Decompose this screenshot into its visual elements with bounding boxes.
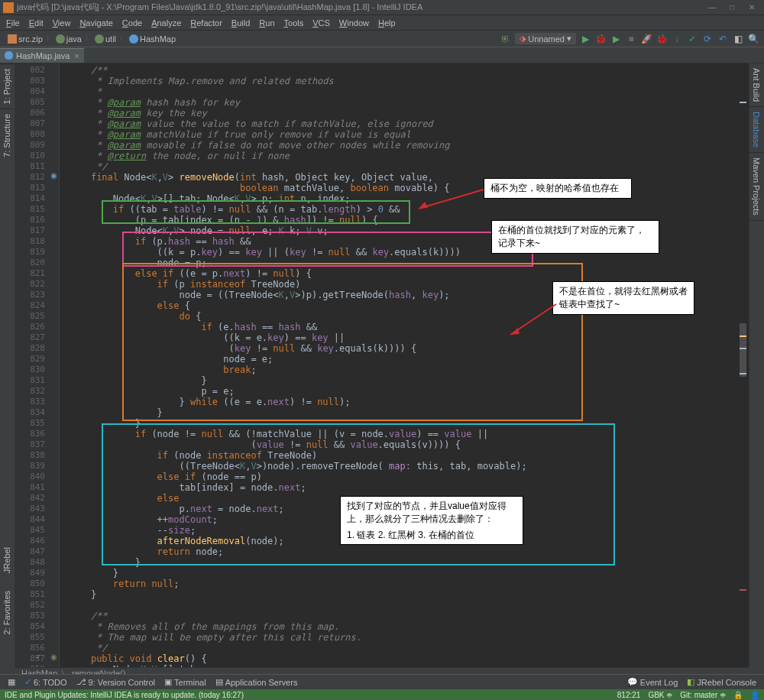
code-line[interactable]: * @param matchValue if true only remove … [69,129,749,140]
menu-run[interactable]: Run [254,18,279,28]
code-line[interactable]: tab[index] = node.next; [69,482,749,493]
code-line[interactable]: /** [69,611,749,621]
code-line[interactable]: break; [69,365,749,375]
breadcrumb-util[interactable]: util [92,34,119,44]
scrollbar-thumb[interactable] [740,323,746,377]
close-tab-icon[interactable]: × [74,51,79,60]
jrebel-debug-icon[interactable]: 🐞 [656,33,668,45]
menu-view[interactable]: View [48,18,76,28]
tool-appservers[interactable]: ▤Application Servers [211,677,303,687]
run-icon[interactable]: ▶ [579,33,591,45]
override-marker[interactable]: ◉ [50,171,57,180]
code-line[interactable]: } [69,407,749,418]
code-line[interactable]: */ [69,161,749,172]
code-line[interactable]: * Removes all of the mappings from this … [69,621,749,632]
implements-marker[interactable]: ◉ [50,653,57,661]
code-line[interactable]: final Node<K,V> removeNode(int hash, Obj… [69,172,749,183]
code-line[interactable]: if (e.hash == hash && [69,322,749,332]
search-icon[interactable]: 🔍 [747,33,759,45]
code-line[interactable]: (value != null && value.equals(v)))) { [69,439,749,450]
code-line[interactable]: node = e; [69,354,749,365]
menu-file[interactable]: File [2,18,24,28]
code-line[interactable]: * Implements Map.remove and related meth… [69,76,749,86]
code-line[interactable]: } [69,418,749,429]
tool-window-button[interactable]: ▦ [3,677,20,687]
menu-refactor[interactable]: Refactor [186,18,227,28]
code-line[interactable]: } [69,568,749,578]
tool-jrebel[interactable]: JRebel [0,543,14,578]
code-line[interactable]: * @return the node, or null if none [69,151,749,161]
menu-analyze[interactable]: Analyze [147,18,186,28]
code-line[interactable]: if (node instanceof TreeNode) [69,450,749,461]
code-line[interactable]: } [69,557,749,568]
debug-icon[interactable]: 🐞 [594,33,607,45]
code-line[interactable]: if (node != null && (!matchValue || (v =… [69,429,749,439]
tool-terminal[interactable]: ▣Terminal [160,677,211,687]
tool-project[interactable]: 1: Project [0,63,14,109]
run-configuration[interactable]: ⬗Unnamed ▾ [515,33,576,44]
jrebel-run-icon[interactable]: 🚀 [640,33,652,45]
tool-favorites[interactable]: 2: Favorites [0,586,14,639]
revert-icon[interactable]: ↶ [717,33,729,45]
code-line[interactable]: * @param key the key [69,108,749,118]
code-line[interactable]: else if (node == p) [69,472,749,482]
tool-eventlog[interactable]: 💬Event Log [623,677,683,687]
code-line[interactable]: (key != null && key.equals(k)))) { [69,343,749,354]
code-line[interactable]: * @param hash hash for key [69,97,749,108]
breadcrumb-java[interactable]: java [53,34,85,44]
code-line[interactable]: node = p; [69,258,749,268]
vertical-scrollbar[interactable] [740,63,747,667]
code-line[interactable]: * The map will be empty after this call … [69,632,749,643]
caret-position[interactable]: 812:21 [617,691,641,699]
tool-vcs[interactable]: ⎇9: Version Control [72,677,160,687]
menu-window[interactable]: Window [335,18,374,28]
breadcrumb-HashMap[interactable]: HashMap [126,34,179,44]
file-tab-hashmap[interactable]: HashMap.java × [0,48,84,63]
tool-database[interactable]: Database [749,107,763,153]
code-line[interactable]: ((k = e.key) == key || [69,332,749,343]
code-line[interactable]: return node; [69,546,749,557]
security-icon[interactable]: ⛨ [500,33,512,45]
menu-edit[interactable]: Edit [24,18,48,28]
code-line[interactable]: public void clear() { [69,653,749,664]
minimize-button[interactable]: ― [703,2,721,14]
code-line[interactable]: } [69,589,749,600]
code-line[interactable]: boolean matchValue, boolean movable) { [69,183,749,193]
tool-maven[interactable]: Maven Projects [749,153,763,221]
tool-todo[interactable]: ✓6: TODO [20,677,72,687]
code-line[interactable]: */ [69,643,749,653]
hector-icon[interactable]: 👤 [750,691,759,699]
code-line[interactable]: * @param value the value to match if mat… [69,118,749,129]
close-button[interactable]: ✕ [743,2,761,14]
tool-jrebel-console[interactable]: ◧JRebel Console [682,677,761,687]
menu-help[interactable]: Help [374,18,400,28]
menu-navigate[interactable]: Navigate [75,18,117,28]
code-area[interactable]: 桶不为空，映射的哈希值也存在 在桶的首位就找到了对应的元素了，记录下来~ 不是在… [60,63,749,667]
file-encoding[interactable]: GBK ≑ [648,691,672,699]
history-icon[interactable]: ⟳ [701,33,714,45]
code-line[interactable]: Node<K,V>[] tab; Node<K,V> p; int n, ind… [69,193,749,204]
tool-structure[interactable]: 7: Structure [0,109,14,162]
breadcrumb-src.zip[interactable]: src.zip [5,34,46,44]
code-line[interactable]: ((TreeNode<K,V>)node).removeTreeNode( ma… [69,461,749,472]
code-line[interactable]: * [69,86,749,97]
code-line[interactable] [69,600,749,611]
code-line[interactable]: /** [69,65,749,76]
menu-code[interactable]: Code [118,18,147,28]
project-structure-icon[interactable]: ◧ [732,33,744,45]
tool-ant[interactable]: Ant Build [749,63,763,107]
code-line[interactable]: else if ((e = p.next) != null) { [69,268,749,279]
code-line[interactable]: p = e; [69,386,749,397]
code-line[interactable]: } while ((e = e.next) != null); [69,397,749,407]
gutter[interactable]: ◉ ✓ ◉ 8028038048058068078088098108118128… [15,63,60,667]
code-editor[interactable]: ◉ ✓ ◉ 8028038048058068078088098108118128… [15,63,749,667]
code-line[interactable]: if ((tab = table) != null && (n = tab.le… [69,204,749,215]
code-line[interactable]: * @param movable if false do not move ot… [69,140,749,151]
menu-tools[interactable]: Tools [280,18,309,28]
code-line[interactable]: } [69,375,749,386]
lock-icon[interactable]: 🔒 [733,691,743,699]
maximize-button[interactable]: □ [723,2,741,14]
update-icon[interactable]: ↓ [671,33,683,45]
git-branch[interactable]: Git: master ≑ [680,691,726,699]
menu-vcs[interactable]: VCS [308,18,335,28]
